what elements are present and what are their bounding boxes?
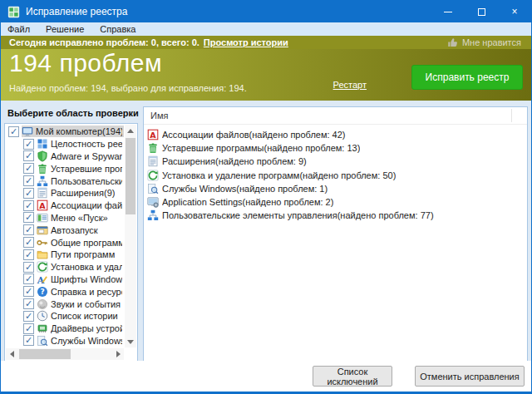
checkbox[interactable]: ✓: [23, 237, 34, 248]
tree-item[interactable]: ✓Автозапуск: [6, 224, 124, 236]
like-label: Мне нравится: [462, 37, 521, 47]
menu-solution[interactable]: Решение: [39, 22, 93, 36]
scroll-right-arrow[interactable]: [112, 348, 124, 360]
tree-item[interactable]: ✓Adware и Spyware: [6, 150, 124, 163]
checkbox[interactable]: ✓: [23, 212, 34, 223]
tree-item[interactable]: ✓Пути программ: [6, 249, 124, 261]
column-separator[interactable]: [511, 109, 512, 122]
services-icon: [37, 335, 48, 347]
exclusions-list-button[interactable]: Список исключений: [313, 366, 392, 387]
tree-horizontal-scrollbar[interactable]: [6, 348, 124, 360]
result-label: Пользовательские элементы управления(най…: [162, 210, 434, 220]
fix-registry-button[interactable]: Исправить реестр: [411, 65, 523, 90]
checkbox[interactable]: ✓: [23, 200, 34, 211]
undo-fixes-button[interactable]: Отменить исправления: [415, 366, 525, 387]
tree-item[interactable]: ✓Целостность реестра: [6, 138, 124, 150]
results-column-header[interactable]: Имя: [144, 107, 527, 125]
tree-item-content[interactable]: Пользовательские элементы: [37, 175, 124, 187]
tree-item-content[interactable]: Установка и удаление: [37, 261, 124, 273]
tree-item-label: Автозапуск: [51, 225, 98, 235]
tree-item[interactable]: ✓Звуки и события: [6, 298, 124, 310]
horizontal-scroll-thumb[interactable]: [19, 349, 71, 359]
tree-item-content[interactable]: Общие программы: [37, 237, 124, 249]
tree-item-content[interactable]: AШрифты Windows: [37, 273, 124, 285]
checkbox[interactable]: ✓: [23, 224, 34, 235]
tree-item[interactable]: ✓Пользовательские элементы: [6, 175, 124, 187]
tree-item-label: Шрифты Windows: [51, 274, 122, 284]
tree-item-content[interactable]: Автозапуск: [37, 224, 100, 236]
services-icon: [147, 183, 159, 195]
tree-item[interactable]: ✓Общие программы: [6, 236, 124, 249]
tree-item[interactable]: ✓AШрифты Windows: [6, 273, 124, 286]
vertical-scroll-thumb[interactable]: [126, 138, 135, 214]
problem-count-headline: 194 проблем: [9, 49, 162, 77]
checkbox[interactable]: ✓: [23, 311, 34, 322]
footer-bar: Список исключений Отменить исправления: [1, 361, 531, 392]
tree-item-content[interactable]: Службы Windows(1): [37, 335, 124, 347]
tree-item-label: Мой компьютер(194): [36, 126, 122, 136]
tree-item[interactable]: ✓Мой компьютер(194): [6, 126, 124, 138]
tree-item-content[interactable]: Драйверы устройств: [37, 323, 124, 334]
tree-item[interactable]: ✓Устаревшие программы: [6, 162, 124, 175]
tree-item-content[interactable]: Мой компьютер(194): [22, 126, 124, 137]
tree-item-content[interactable]: Меню «Пуск»: [37, 212, 110, 224]
result-row[interactable]: Application Settings(найдено проблем: 2): [147, 195, 525, 209]
tree-vertical-scrollbar[interactable]: [125, 125, 136, 347]
problem-count-subtext: Найдено проблем: 194, выбрано для исправ…: [9, 83, 247, 93]
checkbox[interactable]: ✓: [23, 150, 34, 161]
tree-item-content[interactable]: Звуки и события: [37, 298, 122, 310]
maximize-button[interactable]: [465, 1, 498, 22]
checkbox[interactable]: ✓: [23, 262, 34, 273]
tree-item[interactable]: ✓Виртуальные устройства: [6, 347, 124, 347]
result-row[interactable]: Расширения(найдено проблем: 9): [147, 155, 525, 168]
tree-item-label: Пользовательские элементы: [51, 176, 122, 186]
checkbox[interactable]: ✓: [8, 126, 19, 137]
tree-item[interactable]: ✓Расширения(9): [6, 187, 124, 199]
tree-item-content[interactable]: Целостность реестра: [37, 138, 124, 150]
menu-help[interactable]: Справка: [93, 22, 145, 36]
restart-link[interactable]: Рестарт: [333, 80, 367, 90]
tree-item[interactable]: ✓Список истории: [6, 310, 124, 323]
minimize-button[interactable]: [431, 1, 465, 22]
tree-item-content[interactable]: Adware и Spyware: [37, 150, 124, 162]
checkbox[interactable]: ✓: [23, 175, 34, 186]
result-row[interactable]: Установка и удаление программ(найдено пр…: [147, 169, 525, 182]
tree-item[interactable]: ✓Службы Windows(1): [6, 335, 124, 347]
name-column-label: Имя: [150, 111, 168, 121]
close-button[interactable]: ×: [498, 1, 531, 22]
tree-item[interactable]: ✓Меню «Пуск»: [6, 212, 124, 224]
like-button[interactable]: Мне нравится: [446, 37, 521, 48]
result-row[interactable]: Пользовательские элементы управления(най…: [147, 209, 525, 222]
checkbox[interactable]: ✓: [23, 273, 34, 284]
tree-item[interactable]: ✓Установка и удаление: [6, 261, 124, 273]
checkbox[interactable]: ✓: [23, 249, 34, 260]
tree-item-content[interactable]: ?Справка и ресурсы: [37, 286, 124, 298]
result-row[interactable]: AАссоциации файлов(найдено проблем: 42): [147, 128, 525, 141]
scroll-down-arrow[interactable]: [125, 336, 136, 347]
scroll-up-arrow[interactable]: [125, 125, 136, 136]
result-row[interactable]: Устаревшие программы(найдено проблем: 13…: [147, 141, 525, 155]
checkbox[interactable]: ✓: [23, 323, 34, 334]
checkbox[interactable]: ✓: [23, 335, 34, 346]
tree-item-content[interactable]: Расширения(9): [37, 187, 116, 199]
checkbox[interactable]: ✓: [23, 286, 34, 297]
tree-item-label: Целостность реестра: [51, 139, 122, 149]
checkbox[interactable]: ✓: [23, 163, 34, 174]
result-row[interactable]: Службы Windows(найдено проблем: 1): [147, 182, 525, 195]
tree-item[interactable]: ✓Драйверы устройств: [6, 323, 124, 335]
checkbox[interactable]: ✓: [23, 188, 34, 199]
sitemap-icon: [147, 209, 159, 221]
tree-item-content[interactable]: Пути программ: [37, 249, 116, 260]
view-history-link[interactable]: Просмотр истории: [204, 37, 288, 47]
file-assoc-icon: A: [37, 199, 48, 211]
tree-item-content[interactable]: Устаревшие программы: [37, 163, 124, 175]
menu-file[interactable]: Файл: [1, 22, 39, 36]
tree-item[interactable]: ✓?Справка и ресурсы: [6, 285, 124, 298]
scroll-left-arrow[interactable]: [6, 348, 17, 360]
tree-item-content[interactable]: AАссоциации файлов(42): [37, 199, 124, 211]
tree-item-content[interactable]: Список истории: [37, 310, 120, 322]
autorun-icon: [37, 224, 48, 236]
checkbox[interactable]: ✓: [23, 139, 34, 150]
tree-item[interactable]: ✓AАссоциации файлов(42): [6, 199, 124, 212]
checkbox[interactable]: ✓: [23, 298, 34, 309]
